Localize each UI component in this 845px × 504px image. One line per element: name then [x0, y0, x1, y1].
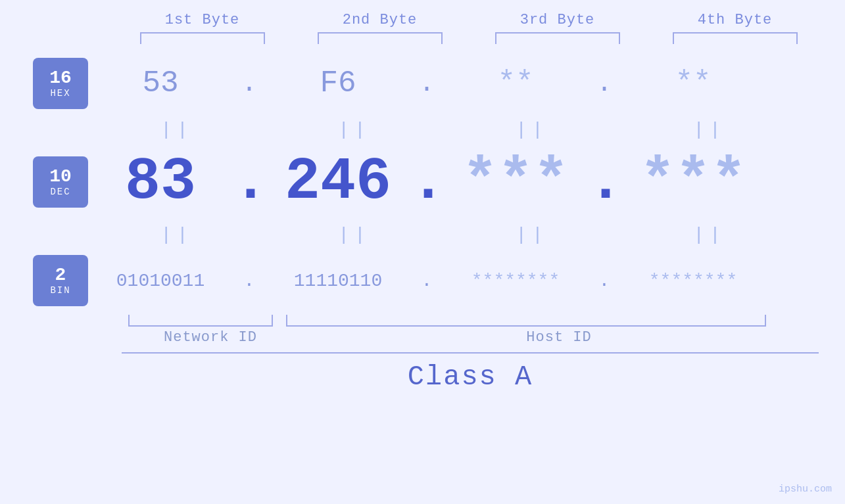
dec-dot-3: . [588, 149, 621, 216]
bin-badge-wrapper: 2 BIN [33, 248, 88, 313]
eq-cell-4: || [621, 120, 798, 140]
class-bracket-line [122, 352, 819, 354]
bin-dot-3: . [588, 271, 621, 291]
bin-row: 01010011 . 11110110 . ******** . *******… [88, 248, 845, 313]
dec-badge-wrapper: 10 DEC [33, 143, 88, 221]
eq-cell-2: || [266, 120, 443, 140]
bin-byte-1: 01010011 [88, 271, 233, 291]
eq-wrapper-1 [33, 116, 88, 143]
dec-byte-2: 246 [266, 149, 410, 216]
hex-base-num: 16 [49, 68, 72, 89]
hex-byte-2: F6 [266, 66, 410, 101]
network-bracket-line [128, 315, 273, 327]
byte-header-1: 1st Byte [114, 12, 291, 28]
eq-cell-6: || [266, 225, 443, 245]
bin-dot-2: . [410, 271, 443, 291]
hex-byte-1: 53 [88, 66, 233, 101]
bin-badge: 2 BIN [33, 255, 88, 306]
eq-wrapper-2 [33, 221, 88, 248]
bracket-cell-4 [646, 32, 824, 44]
byte-header-3: 3rd Byte [469, 12, 646, 28]
main-content: 16 HEX 10 DEC 2 BIN [0, 51, 845, 313]
bottom-section: Network ID Host ID [0, 315, 845, 346]
hex-dot-1: . [233, 69, 266, 99]
dec-badge: 10 DEC [33, 156, 88, 208]
dec-byte-4: *** [621, 149, 765, 216]
id-labels: Network ID Host ID [122, 329, 819, 346]
bin-byte-2: 11110110 [266, 271, 410, 291]
top-bracket-3 [495, 32, 620, 44]
eq-cell-7: || [443, 225, 621, 245]
top-bracket-1 [140, 32, 265, 44]
top-bracket-2 [318, 32, 443, 44]
bracket-cell-1 [114, 32, 291, 44]
hex-dot-2: . [410, 69, 443, 99]
bin-byte-4: ******** [621, 271, 765, 291]
bottom-brackets [122, 315, 819, 327]
eq-cell-8: || [621, 225, 798, 245]
hex-base-name: HEX [50, 88, 70, 99]
eq-cell-1: || [88, 120, 266, 140]
equals-row-2: || || || || [88, 221, 845, 248]
dec-base-name: DEC [50, 187, 70, 197]
hex-byte-4: ** [621, 66, 765, 101]
bin-byte-3: ******** [443, 271, 588, 291]
top-bracket-row [0, 32, 845, 44]
class-label: Class A [122, 361, 819, 393]
watermark: ipshu.com [779, 484, 832, 495]
eq-cell-3: || [443, 120, 621, 140]
host-id-label: Host ID [299, 329, 819, 346]
bin-dot-1: . [233, 271, 266, 291]
byte-header-2: 2nd Byte [291, 12, 469, 28]
main-container: 1st Byte 2nd Byte 3rd Byte 4th Byte 16 H… [0, 0, 845, 504]
bin-base-num: 2 [55, 265, 66, 286]
top-bracket-4 [673, 32, 798, 44]
hex-badge-wrapper: 16 HEX [33, 51, 88, 116]
bin-base-name: BIN [50, 285, 70, 296]
byte-header-4: 4th Byte [646, 12, 824, 28]
host-bracket-line [286, 315, 766, 327]
network-bracket [122, 315, 286, 327]
byte-headers: 1st Byte 2nd Byte 3rd Byte 4th Byte [0, 0, 845, 28]
hex-dot-3: . [588, 69, 621, 99]
host-bracket [286, 315, 819, 327]
network-id-label: Network ID [122, 329, 299, 346]
bracket-cell-3 [469, 32, 646, 44]
dec-dot-1: . [233, 149, 266, 216]
hex-byte-3: ** [443, 66, 588, 101]
hex-row: 53 . F6 . ** . ** [88, 51, 845, 116]
bracket-cell-2 [291, 32, 469, 44]
equals-row-1: || || || || [88, 116, 845, 143]
dec-byte-3: *** [443, 149, 588, 216]
base-badges-column: 16 HEX 10 DEC 2 BIN [33, 51, 88, 313]
dec-base-num: 10 [49, 167, 72, 187]
hex-badge: 16 HEX [33, 58, 88, 109]
eq-cell-5: || [88, 225, 266, 245]
dec-byte-1: 83 [88, 149, 233, 216]
class-section: Class A [0, 352, 845, 393]
dec-dot-2: . [410, 149, 443, 216]
ip-rows: 53 . F6 . ** . ** || || || || 83 . 246 . [88, 51, 845, 313]
dec-row: 83 . 246 . *** . *** [88, 143, 845, 221]
